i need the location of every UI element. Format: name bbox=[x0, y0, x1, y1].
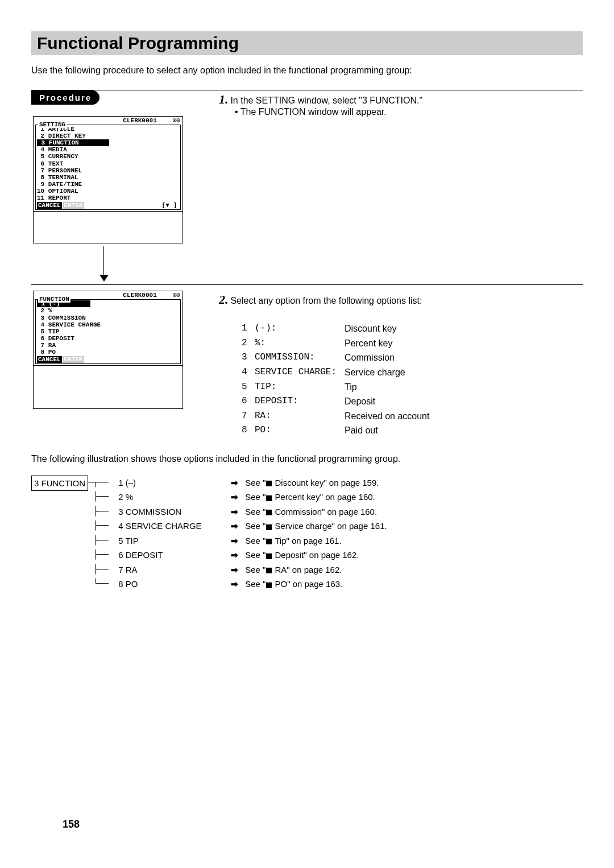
square-icon bbox=[266, 510, 272, 515]
tree-item: 8 PO➡See " PO" on page 163. bbox=[118, 577, 387, 592]
step-text: Select any option from the following opt… bbox=[230, 296, 422, 305]
menu-item-selected[interactable]: 3 FUNCTION bbox=[37, 139, 109, 146]
option-row: 5TIP:Tip bbox=[242, 380, 583, 395]
square-icon bbox=[266, 568, 272, 573]
option-row: 3COMMISSION:Commission bbox=[242, 350, 583, 365]
arrow-right-icon: ➡ bbox=[231, 476, 238, 490]
option-row: 2%:Percent key bbox=[242, 336, 583, 351]
screen-function: CLERK0001 ⊙⊙ FUNCTION 1 (-) 2 % 3 COMMIS… bbox=[33, 291, 183, 409]
arrow-right-icon: ➡ bbox=[231, 548, 238, 563]
tree-connectors: ─┬── ├── ├── ├── ├── ├── ├── └── bbox=[88, 476, 114, 592]
tree-item: 3 COMMISSION➡See " Commission" on page 1… bbox=[118, 505, 387, 519]
arrow-right-icon: ➡ bbox=[231, 534, 238, 548]
step-text: In the SETTING window, select "3 FUNCTIO… bbox=[230, 96, 422, 105]
square-icon bbox=[266, 481, 272, 486]
screen-legend: SETTING bbox=[38, 121, 67, 128]
arrow-right-icon: ➡ bbox=[231, 519, 238, 534]
tree-item: 2 %➡See " Percent key" on page 160. bbox=[118, 490, 387, 505]
enter-button[interactable]: ENTER bbox=[63, 202, 84, 209]
square-icon bbox=[266, 582, 272, 588]
arrow-right-icon: ➡ bbox=[231, 577, 238, 592]
clerk-label: CLERK0001 bbox=[123, 117, 156, 124]
menu-item[interactable]: 10 OPTIONAL bbox=[37, 188, 179, 195]
step-1-row: Procedure CLERK0001 ⊙⊙ SETTING 1 ARTICLE… bbox=[31, 90, 583, 284]
square-icon bbox=[266, 539, 272, 544]
menu-item[interactable]: 2 % bbox=[37, 307, 179, 314]
options-list: 1(-):Discount key2%:Percent key3COMMISSI… bbox=[242, 321, 583, 438]
square-icon bbox=[266, 553, 272, 559]
arrow-right-icon: ➡ bbox=[231, 490, 238, 505]
square-icon bbox=[266, 524, 272, 530]
tree-item: 1 (–)➡See " Discount key" on page 159. bbox=[118, 476, 387, 490]
tree-item: 4 SERVICE CHARGE➡See " Service charge" o… bbox=[118, 519, 387, 534]
arrow-right-icon: ➡ bbox=[231, 505, 238, 519]
step-number: 2. bbox=[219, 292, 229, 307]
screen-setting: CLERK0001 ⊙⊙ SETTING 1 ARTICLE 2 DIRECT … bbox=[33, 116, 183, 243]
menu-item[interactable]: 5 CURRENCY bbox=[37, 153, 179, 160]
menu-item[interactable]: 8 PO bbox=[37, 349, 179, 356]
option-row: 8PO:Paid out bbox=[242, 423, 583, 438]
menu-item[interactable]: 6 DEPOSIT bbox=[37, 335, 179, 342]
menu-item[interactable]: 2 DIRECT KEY bbox=[37, 133, 179, 139]
menu-item[interactable]: 4 MEDIA bbox=[37, 146, 179, 153]
cancel-button[interactable]: CANCEL bbox=[37, 356, 62, 363]
tree-root: 3 FUNCTION bbox=[31, 476, 88, 491]
menu-item[interactable]: 4 SERVICE CHARGE bbox=[37, 321, 179, 328]
arrow-down-icon bbox=[99, 246, 202, 282]
tree-item: 7 RA➡See " RA" on page 162. bbox=[118, 563, 387, 577]
tree-item: 5 TIP➡See " Tip" on page 161. bbox=[118, 534, 387, 548]
menu-item[interactable]: 6 TEXT bbox=[37, 160, 179, 167]
option-row: 6DEPOSIT:Deposit bbox=[242, 394, 583, 409]
menu-item[interactable]: 11 REPORT bbox=[37, 195, 179, 201]
option-row: 1(-):Discount key bbox=[242, 321, 583, 336]
clerk-label: CLERK0001 bbox=[123, 292, 156, 299]
menu-item[interactable]: 7 RA bbox=[37, 342, 179, 349]
menu-item[interactable]: 8 TERMINAL bbox=[37, 174, 179, 181]
option-row: 7RA:Received on account bbox=[242, 409, 583, 424]
enter-button[interactable]: ENTER bbox=[63, 356, 84, 363]
function-tree: 3 FUNCTION ─┬── ├── ├── ├── ├── ├── ├── … bbox=[31, 476, 583, 592]
square-icon bbox=[266, 495, 272, 501]
step-subtext: • The FUNCTION window will appear. bbox=[235, 107, 583, 117]
menu-item[interactable]: 5 TIP bbox=[37, 328, 179, 335]
step-number: 1. bbox=[219, 92, 229, 106]
cancel-button[interactable]: CANCEL bbox=[37, 202, 62, 209]
intro-text: Use the following procedure to select an… bbox=[31, 65, 583, 76]
status-icons: ⊙⊙ bbox=[173, 117, 180, 124]
procedure-badge: Procedure bbox=[31, 90, 99, 105]
menu-item[interactable]: 7 PERSONNEL bbox=[37, 167, 179, 174]
illustration-intro: The following illustration shows those o… bbox=[31, 454, 583, 464]
arrow-right-icon: ➡ bbox=[231, 563, 238, 577]
tree-item: 6 DEPOSIT➡See " Deposit" on page 162. bbox=[118, 548, 387, 563]
status-icons: ⊙⊙ bbox=[173, 292, 180, 299]
option-row: 4SERVICE CHARGE:Service charge bbox=[242, 365, 583, 380]
step-2-row: CLERK0001 ⊙⊙ FUNCTION 1 (-) 2 % 3 COMMIS… bbox=[31, 284, 583, 438]
page-title: Functional Programming bbox=[31, 31, 583, 55]
page-number: 158 bbox=[63, 819, 80, 830]
scroll-indicator: [▼ ] bbox=[162, 202, 177, 209]
menu-item[interactable]: 9 DATE/TIME bbox=[37, 181, 179, 188]
menu-item[interactable]: 3 COMMISSION bbox=[37, 315, 179, 321]
screen-legend: FUNCTION bbox=[38, 296, 70, 303]
